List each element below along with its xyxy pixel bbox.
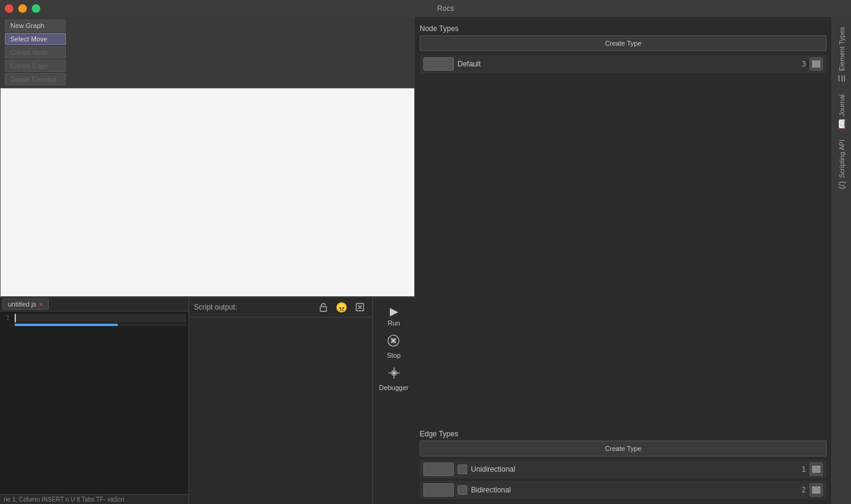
script-panel: Script output: 😠 — [189, 297, 372, 504]
create-node-type-button[interactable]: Create Type — [420, 35, 827, 51]
debugger-button[interactable]: Debugger — [376, 364, 411, 394]
svg-rect-17 — [813, 489, 820, 491]
stop-label: Stop — [387, 352, 401, 359]
emoji-button[interactable]: 😠 — [334, 300, 349, 314]
close-button[interactable] — [5, 4, 13, 13]
svg-rect-18 — [813, 492, 820, 493]
node-types-section: Node Types Create Type Default 3 — [420, 22, 827, 73]
editor-statusbar: ne 1, Column INSERT n U ft Tabs TF- vaSc… — [0, 494, 189, 504]
tab-name: untitled.js — [8, 300, 36, 308]
progress-bar-container — [15, 324, 186, 326]
run-label: Run — [387, 319, 400, 327]
editor-panel: untitled.js ✕ 1 — [0, 297, 189, 504]
editor-tab: untitled.js ✕ — [2, 299, 49, 310]
line-number-1: 1 — [2, 314, 10, 322]
journal-tab[interactable]: 📖 Journal — [834, 90, 849, 133]
titlebar: Rocs — [0, 0, 851, 17]
create-node-button[interactable]: Create Node — [5, 46, 66, 59]
stop-icon — [387, 334, 400, 350]
maximize-button[interactable] — [32, 4, 40, 13]
edge-type-settings-button-1[interactable] — [810, 483, 823, 497]
main-area: New Graph Select Move Create Node Create… — [0, 17, 851, 504]
script-output-area — [189, 318, 372, 504]
script-output-label: Script output: — [194, 303, 237, 311]
edge-type-count-0: 1 — [802, 465, 806, 474]
edge-type-item-1: Bidirectional 2 — [420, 481, 827, 499]
scripting-api-tab[interactable]: ⟨/⟩ Scripting API — [835, 135, 849, 195]
script-icons: 😠 — [316, 300, 367, 314]
element-types-icon: ☰ — [837, 74, 847, 82]
create-edge-type-button[interactable]: Create Type — [420, 441, 827, 456]
node-type-count: 3 — [802, 60, 806, 68]
element-types-label: Element Types — [838, 27, 846, 71]
svg-point-5 — [393, 372, 395, 374]
scripting-api-label: Scripting API — [838, 140, 845, 178]
edge-type-checkbox-1[interactable] — [458, 485, 467, 495]
svg-rect-13 — [813, 466, 820, 467]
left-panel: New Graph Select Move Create Node Create… — [0, 17, 415, 504]
edge-type-settings-button-0[interactable] — [810, 463, 823, 476]
node-types-label: Node Types — [420, 22, 827, 35]
svg-rect-15 — [813, 471, 820, 472]
create-edge-button[interactable]: Create Edge — [5, 60, 66, 72]
edge-type-name-0: Unidirectional — [471, 465, 798, 474]
stop-button[interactable]: Stop — [384, 332, 403, 361]
run-icon: ▶ — [390, 305, 398, 318]
side-tabs: ☰ Element Types 📖 Journal ⟨/⟩ Scripting … — [831, 17, 851, 504]
toolbar: New Graph Select Move Create Node Create… — [0, 17, 415, 88]
debugger-icon — [387, 366, 401, 383]
scripting-api-icon: ⟨/⟩ — [836, 181, 846, 190]
svg-rect-12 — [813, 66, 820, 67]
unlock-icon-button[interactable] — [316, 300, 331, 314]
minimize-button[interactable] — [18, 4, 27, 13]
edge-type-name-1: Bidirectional — [471, 486, 798, 494]
edge-type-count-1: 2 — [802, 486, 806, 494]
svg-rect-14 — [813, 469, 820, 470]
svg-rect-10 — [813, 61, 820, 62]
app-title: Rocs — [45, 4, 846, 13]
editor-content[interactable]: 1 — [0, 311, 189, 494]
debugger-label: Debugger — [379, 384, 408, 391]
cursor — [15, 314, 16, 322]
svg-rect-16 — [813, 487, 820, 488]
svg-rect-11 — [813, 63, 820, 65]
select-move-button[interactable]: Select Move — [5, 33, 66, 45]
graph-canvas[interactable] — [0, 88, 415, 297]
cursor-line — [15, 314, 186, 322]
edge-type-color-button-1[interactable] — [423, 483, 454, 497]
run-button[interactable]: ▶ Run — [385, 302, 402, 329]
right-content: Node Types Create Type Default 3 — [415, 17, 851, 504]
tab-close-button[interactable]: ✕ — [38, 301, 43, 308]
run-controls: ▶ Run Stop — [372, 297, 415, 504]
progress-bar — [15, 324, 118, 326]
node-type-color-button[interactable] — [423, 57, 454, 71]
node-type-settings-button[interactable] — [810, 57, 823, 71]
types-panel: Node Types Create Type Default 3 — [415, 17, 831, 504]
delete-element-button[interactable]: Delete Element — [5, 73, 66, 85]
node-type-item: Default 3 — [420, 55, 827, 73]
node-type-name: Default — [458, 60, 798, 68]
edge-type-color-button-0[interactable] — [423, 463, 454, 476]
journal-icon: 📖 — [837, 118, 847, 129]
element-types-tab[interactable]: ☰ Element Types — [835, 22, 848, 88]
bottom-section: untitled.js ✕ 1 — [0, 297, 415, 504]
editor-tabs: untitled.js ✕ — [0, 297, 189, 311]
line-numbers: 1 — [2, 314, 15, 492]
script-header: Script output: 😠 — [189, 297, 372, 318]
clear-button[interactable] — [353, 300, 367, 314]
edge-type-checkbox-0[interactable] — [458, 464, 467, 474]
svg-rect-0 — [320, 307, 326, 311]
journal-label: Journal — [838, 94, 846, 116]
edge-types-section: Edge Types Create Type Unidirectional 1 — [420, 427, 827, 499]
edge-type-item-0: Unidirectional 1 — [420, 460, 827, 478]
new-graph-button[interactable]: New Graph — [5, 20, 66, 32]
edge-types-label: Edge Types — [420, 427, 827, 441]
